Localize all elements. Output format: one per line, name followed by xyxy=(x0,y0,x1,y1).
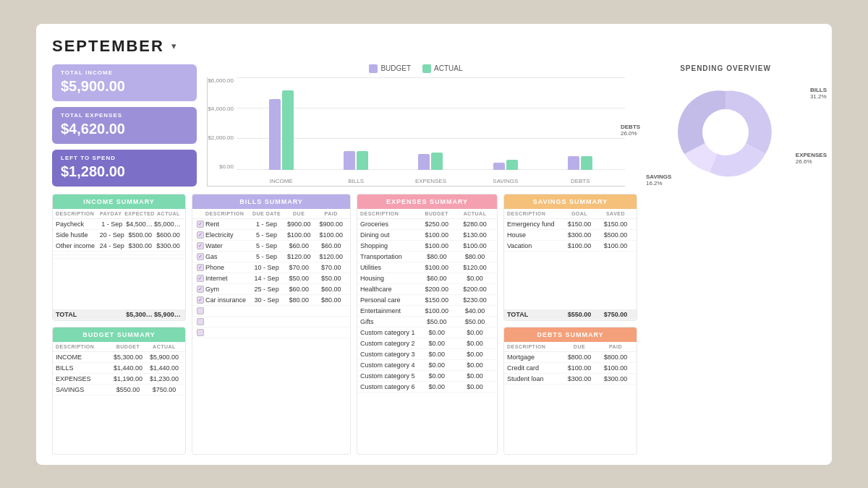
bills-checkbox[interactable] xyxy=(195,329,205,336)
expenses-row-actual: $0.00 xyxy=(456,361,494,369)
income-total-actual: $5,900.00 xyxy=(154,311,182,318)
bills-checkbox[interactable] xyxy=(195,275,205,282)
budget-row-budget: $5,300.00 xyxy=(110,354,146,361)
expenses-col-headers: DESCRIPTION BUDGET ACTUAL xyxy=(357,209,497,219)
expenses-row-actual: $280.00 xyxy=(456,221,494,228)
check-box[interactable] xyxy=(197,275,204,282)
bills-summary-header: BILLS SUMMARY xyxy=(192,194,350,209)
right-col: SAVINGS SUMMARY DESCRIPTION GOAL SAVED E… xyxy=(503,194,637,455)
expenses-row-actual: $0.00 xyxy=(456,383,494,390)
bills-checkbox[interactable] xyxy=(195,307,205,314)
budget-row-actual: $750.00 xyxy=(146,386,182,393)
expenses-row-desc: Shopping xyxy=(360,242,417,249)
bills-row-paid: $80.00 xyxy=(315,296,347,304)
expenses-row-budget: $100.00 xyxy=(417,231,456,239)
bills-checkbox[interactable] xyxy=(195,296,205,304)
bar-bills-budget xyxy=(344,151,355,170)
month-dropdown[interactable]: ▾ xyxy=(171,40,176,51)
check-box[interactable] xyxy=(197,231,204,239)
budget-row-actual: $1,440.00 xyxy=(146,364,182,372)
bar-group-income xyxy=(269,90,294,170)
savings-row-desc: Emergency fund xyxy=(507,221,561,228)
bills-row-paid: $70.00 xyxy=(315,264,347,271)
bills-checkbox[interactable] xyxy=(195,264,205,271)
legend-budget: BUDGET xyxy=(369,64,411,73)
expenses-row-desc: Custom category 1 xyxy=(360,329,417,336)
bills-col-headers: DESCRIPTION DUE DATE DUE PAID xyxy=(192,209,350,219)
budget-row: BILLS $1,440.00 $1,440.00 xyxy=(53,363,185,374)
income-row xyxy=(53,255,185,259)
budget-row: SAVINGS $550.00 $750.00 xyxy=(53,385,185,395)
x-label-expenses: EXPENSES xyxy=(412,178,448,184)
bills-checkbox[interactable] xyxy=(195,221,205,228)
bills-checkbox[interactable] xyxy=(195,318,205,325)
check-box[interactable] xyxy=(197,221,204,228)
income-row-payday: 1 - Sep xyxy=(98,221,126,228)
donut-hole xyxy=(702,109,749,155)
check-box[interactable] xyxy=(197,286,204,293)
check-box[interactable] xyxy=(197,318,204,325)
expenses-row-desc: Personal care xyxy=(360,296,417,304)
check-box[interactable] xyxy=(197,253,204,260)
bar-group-savings xyxy=(493,160,518,170)
bar-debts-budget xyxy=(568,156,579,170)
savings-row-desc: Vacation xyxy=(507,242,561,249)
debts-col-desc: DESCRIPTION xyxy=(507,344,561,349)
bills-row-paid: $900.00 xyxy=(315,221,347,228)
bills-row-due: $60.00 xyxy=(283,242,315,249)
bills-row-duedate: 10 - Sep xyxy=(250,264,283,271)
debts-row-due: $800.00 xyxy=(561,354,597,361)
bar-pair-bills xyxy=(344,151,368,170)
expenses-row-desc: Entertainment xyxy=(360,307,417,314)
income-row-payday: 24 - Sep xyxy=(98,242,126,249)
bills-row-desc: Car insurance xyxy=(205,296,250,304)
budget-row-actual: $5,900.00 xyxy=(146,354,182,361)
check-box[interactable] xyxy=(197,264,204,271)
donut-savings-label: SAVINGS 16.2% xyxy=(646,174,671,187)
bills-row-desc: Gas xyxy=(205,253,250,260)
donut-title: SPENDING OVERVIEW xyxy=(680,64,771,72)
savings-row-goal: $150.00 xyxy=(561,221,597,228)
budget-summary-header: BUDGET SUMMARY xyxy=(53,328,185,342)
expenses-row-actual: $130.00 xyxy=(456,231,494,239)
income-total-label: TOTAL xyxy=(56,311,98,318)
left-col: INCOME SUMMARY DESCRIPTION PAYDAY EXPECT… xyxy=(52,194,186,455)
expenses-label: TOTAL EXPENSES xyxy=(61,112,188,119)
check-box[interactable] xyxy=(197,296,204,304)
check-box[interactable] xyxy=(197,307,204,314)
expenses-row-budget: $100.00 xyxy=(417,242,456,249)
debts-row-due: $300.00 xyxy=(561,375,597,382)
bar-savings-budget xyxy=(493,163,505,170)
bar-pair-income xyxy=(269,90,294,170)
savings-col-goal: GOAL xyxy=(561,211,597,216)
bills-col-duedate: DUE DATE xyxy=(250,211,283,216)
bills-row: Water 5 - Sep $60.00 $60.00 xyxy=(192,241,350,252)
bills-row: Electricity 5 - Sep $100.00 $100.00 xyxy=(192,230,350,241)
income-row-desc: Other income xyxy=(56,242,98,249)
bills-checkbox[interactable] xyxy=(195,253,205,260)
expenses-row-budget: $250.00 xyxy=(417,221,456,228)
bills-checkbox[interactable] xyxy=(195,231,205,239)
check-box[interactable] xyxy=(197,242,204,249)
expenses-row-desc: Groceries xyxy=(360,221,417,228)
savings-total-row: TOTAL $550.00 $750.00 xyxy=(504,309,637,320)
left-value: $1,280.00 xyxy=(61,163,188,180)
bars-row xyxy=(237,77,625,170)
y-label-2k: $2,000.00 xyxy=(208,134,234,141)
expenses-row-actual: $200.00 xyxy=(456,286,494,293)
bills-checkbox[interactable] xyxy=(195,242,205,249)
check-box[interactable] xyxy=(197,329,204,336)
expenses-row-actual: $0.00 xyxy=(456,329,494,336)
y-axis: $0.00 $2,000.00 $4,000.00 $6,000.00 xyxy=(208,77,237,170)
expenses-row: Custom category 3 $0.00 $0.00 xyxy=(357,349,497,360)
x-label-debts: DEBTS xyxy=(562,178,598,184)
expenses-row-desc: Custom category 6 xyxy=(360,383,417,390)
expenses-row: Shopping $100.00 $100.00 xyxy=(357,241,497,252)
income-value: $5,900.00 xyxy=(61,78,188,95)
donut-wrapper: DEBTS 26.0% BILLS 31.2% SAVINGS 16.2% EX… xyxy=(660,78,791,187)
expenses-row-budget: $60.00 xyxy=(417,275,456,282)
savings-row: Vacation $100.00 $100.00 xyxy=(504,241,637,252)
expenses-row-actual: $50.00 xyxy=(456,318,494,325)
expenses-row-desc: Gifts xyxy=(360,318,417,325)
bills-checkbox[interactable] xyxy=(195,286,205,293)
